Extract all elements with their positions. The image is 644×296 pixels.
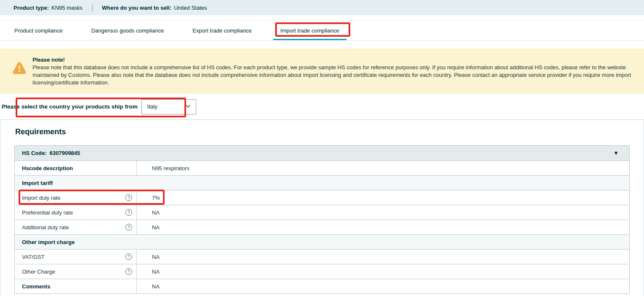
section-label: Other import charge — [22, 239, 75, 245]
chevron-down-icon — [186, 103, 190, 108]
row-label-text: Preferential duty rate — [22, 209, 73, 216]
table-row-import-duty-rate: Import duty rate ? 7% — [15, 190, 629, 205]
row-value: NA — [137, 205, 160, 220]
help-icon[interactable]: ? — [125, 268, 132, 275]
table-row-other-charge: Other Charge ? NA — [15, 264, 629, 279]
hs-code-header[interactable]: HS Code: 6307909845 ▼ — [15, 146, 629, 160]
row-label-text: Other Charge — [22, 269, 55, 275]
warning-triangle-icon — [13, 62, 27, 94]
table-row-hscode-description: Hscode description N95 respirators — [15, 160, 629, 175]
notice-content: Please note! Please note that this datab… — [32, 56, 637, 94]
row-value: NA — [137, 220, 160, 234]
notice-title: Please note! — [32, 56, 637, 64]
notice-banner: Please note! Please note that this datab… — [0, 49, 644, 94]
table-row-additional-duty-rate: Additional duty rate ? NA — [15, 220, 629, 234]
help-icon[interactable]: ? — [125, 209, 132, 216]
compliance-tabs: Product compliance Dangerous goods compl… — [0, 21, 644, 40]
row-label: Preferential duty rate ? — [15, 205, 137, 220]
help-icon[interactable]: ? — [125, 194, 132, 201]
row-value: NA — [137, 279, 160, 293]
row-label: Additional duty rate ? — [15, 220, 137, 234]
help-icon[interactable]: ? — [125, 224, 132, 231]
caret-down-icon[interactable]: ▼ — [613, 150, 619, 156]
ship-from-selected-value: Italy — [147, 103, 157, 110]
product-type-label: Product type: — [14, 5, 49, 11]
row-label: Other Charge ? — [15, 264, 137, 279]
row-label: Comments — [15, 279, 137, 293]
row-label: Hscode description — [15, 161, 137, 175]
row-label: VAT/GST ? — [15, 250, 137, 264]
table-row-vat-gst: VAT/GST ? NA — [15, 249, 629, 264]
row-label: Import duty rate ? — [15, 190, 137, 205]
tab-export-trade-compliance[interactable]: Export trade compliance — [185, 21, 259, 40]
table-row-preferential-duty-rate: Preferential duty rate ? NA — [15, 205, 629, 220]
ship-from-label: Please select the country your products … — [2, 103, 138, 110]
tab-bar: Product compliance Dangerous goods compl… — [0, 20, 644, 41]
context-bar: Product type: KN95 masks Where do you wa… — [0, 0, 644, 15]
tab-dangerous-goods-compliance[interactable]: Dangerous goods compliance — [84, 21, 171, 40]
help-icon[interactable]: ? — [125, 253, 132, 260]
ship-from-row: Please select the country your products … — [0, 94, 644, 119]
sell-destination-label: Where do you want to sell: — [102, 5, 172, 11]
row-value: N95 respirators — [137, 161, 189, 175]
section-row-import-tariff: Import tariff — [15, 175, 629, 190]
hs-code-label: HS Code: — [22, 150, 47, 156]
ship-from-select[interactable]: Italy — [141, 99, 196, 114]
row-value: 7% — [137, 190, 160, 205]
requirements-card: Requirements HS Code: 6307909845 ▼ Hscod… — [0, 119, 644, 296]
row-value: NA — [137, 250, 160, 264]
sell-destination-value: United States — [174, 5, 207, 11]
row-label-text: Additional duty rate — [22, 224, 69, 231]
section-row-other-import-charge: Other import charge — [15, 234, 629, 249]
table-row-comments: Comments NA — [15, 279, 629, 293]
hs-code-value: 6307909845 — [50, 150, 80, 156]
row-label-text: VAT/GST — [22, 254, 45, 260]
product-type-value: KN95 masks — [51, 5, 83, 11]
tab-product-compliance[interactable]: Product compliance — [7, 21, 70, 40]
requirements-heading: Requirements — [15, 126, 630, 137]
vertical-divider — [92, 4, 93, 11]
row-value: NA — [137, 264, 160, 279]
hs-code-panel: HS Code: 6307909845 ▼ Hscode description… — [14, 145, 630, 294]
section-label: Import tariff — [22, 180, 53, 186]
row-label-text: Import duty rate — [22, 195, 60, 201]
notice-body: Please note that this database does not … — [32, 64, 637, 87]
tab-import-trade-compliance[interactable]: Import trade compliance — [273, 21, 346, 40]
